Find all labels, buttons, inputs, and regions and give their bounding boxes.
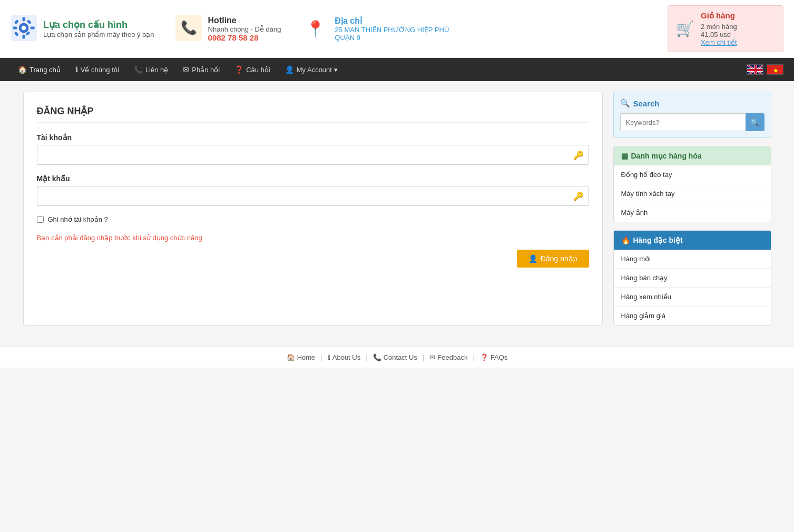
special-panel: 🔥 Hàng đặc biệt Hàng mới Hàng bán chạy H… — [613, 230, 771, 326]
svg-rect-3 — [23, 17, 25, 21]
footer-home[interactable]: 🏠 Home — [287, 353, 316, 361]
username-icon: 🔑 — [573, 150, 584, 160]
nav-faq[interactable]: ❓ Câu hỏi — [227, 58, 278, 81]
svg-text:📞: 📞 — [180, 19, 197, 36]
header-config-item: Lựa chọn cấu hình Lựa chọn sản phẩm máy … — [11, 15, 154, 43]
svg-rect-22 — [747, 69, 763, 71]
hotline-text: Hotline Nhanh chóng - Dễ dàng 0982 78 58… — [208, 16, 281, 42]
hotline-title: Hotline — [208, 16, 281, 25]
svg-text:★: ★ — [773, 67, 779, 74]
home-icon: 🏠 — [18, 65, 27, 74]
login-panel: ĐĂNG NHẬP Tài khoản 🔑 Mật khẩu 🔑 Ghi nhớ… — [23, 92, 603, 326]
footer-sep-1: | — [320, 353, 322, 361]
svg-point-2 — [22, 26, 26, 30]
hotline-phone: 0982 78 58 28 — [208, 33, 281, 42]
footer-contact[interactable]: 📞 Contact Us — [373, 353, 417, 361]
special-item-1[interactable]: Hàng bán chạy — [614, 269, 771, 288]
address-line1: 25 MAN THIỆN PHƯỜNG HIỆP PHÚ — [335, 26, 449, 34]
username-group: Tài khoản 🔑 — [37, 133, 589, 165]
password-input-wrap: 🔑 — [37, 186, 589, 206]
header-cart[interactable]: 🛒 Giỏ hàng 2 món hàng 41.05 usd Xem chi … — [668, 5, 783, 52]
config-title: Lựa chọn cấu hình — [43, 19, 154, 31]
password-input[interactable] — [37, 186, 589, 206]
search-row: 🔍 — [620, 113, 764, 131]
category-panel: ▦ Danh mục hàng hóa Đồng hồ đeo tay Máy … — [613, 146, 771, 222]
hotline-icon: 📞 — [175, 15, 202, 43]
special-item-0[interactable]: Hàng mới — [614, 250, 771, 269]
search-title-text: Search — [633, 99, 660, 108]
category-item-1[interactable]: Máy tính xách tay — [614, 184, 771, 203]
special-item-3[interactable]: Hàng giảm giá — [614, 307, 771, 325]
username-input-wrap: 🔑 — [37, 145, 589, 165]
nav-contact[interactable]: 📞 Liên hệ — [126, 58, 175, 81]
search-input[interactable] — [620, 113, 746, 131]
login-button-icon: 👤 — [528, 254, 537, 263]
sidebar: 🔍 Search 🔍 ▦ Danh mục hàng hóa Đồng hồ đ… — [613, 92, 771, 326]
search-button[interactable]: 🔍 — [746, 113, 764, 131]
category-item-2[interactable]: Máy ảnh — [614, 203, 771, 222]
mail-icon: ✉ — [183, 65, 189, 74]
special-title: 🔥 Hàng đặc biệt — [614, 231, 771, 250]
fire-icon: 🔥 — [621, 236, 630, 244]
login-title: ĐĂNG NHẬP — [37, 105, 589, 123]
flag-uk[interactable] — [747, 64, 763, 75]
nav-account-label: My Account ▾ — [297, 66, 338, 74]
username-input[interactable] — [37, 145, 589, 165]
nav-feedback[interactable]: ✉ Phản hồi — [175, 58, 227, 81]
search-icon: 🔍 — [620, 98, 630, 108]
phone-icon: 📞 — [134, 65, 143, 74]
nav-account[interactable]: 👤 My Account ▾ — [278, 58, 345, 81]
password-icon: 🔑 — [573, 191, 584, 201]
footer-sep-3: | — [423, 353, 424, 361]
config-icon — [11, 15, 37, 43]
cart-icon: 🛒 — [676, 20, 694, 37]
footer-feedback-icon: ✉ — [429, 353, 435, 361]
nav-about-label: Về chúng tôi — [81, 66, 119, 74]
nav-home[interactable]: 🏠 Trang chủ — [11, 58, 68, 81]
nav-feedback-label: Phản hồi — [192, 66, 220, 74]
warning-text: Bạn cần phải đăng nhập trước khi sử dụng… — [37, 234, 589, 242]
cart-title: Giỏ hàng — [701, 11, 737, 21]
info-icon: ℹ — [75, 65, 78, 74]
login-actions: 👤 Đăng nhập — [37, 250, 589, 268]
footer-about-icon: ℹ — [328, 353, 330, 361]
footer-feedback-label: Feedback — [437, 353, 467, 361]
special-item-2[interactable]: Hàng xem nhiều — [614, 288, 771, 307]
footer-about[interactable]: ℹ About Us — [328, 353, 360, 361]
header-top: Lựa chọn cấu hình Lựa chọn sản phẩm máy … — [0, 0, 794, 58]
footer-feedback[interactable]: ✉ Feedback — [429, 353, 467, 361]
category-title-text: Danh mục hàng hóa — [631, 152, 702, 160]
main-container: ĐĂNG NHẬP Tài khoản 🔑 Mật khẩu 🔑 Ghi nhớ… — [13, 81, 782, 336]
cart-link[interactable]: Xem chi tiết — [701, 38, 737, 46]
footer-sep-2: | — [366, 353, 367, 361]
remember-row: Ghi nhớ tài khoản ? — [37, 215, 589, 223]
config-subtitle: Lựa chọn sản phẩm máy theo ý bạn — [43, 31, 154, 38]
cart-details: Giỏ hàng 2 món hàng 41.05 usd Xem chi ti… — [701, 11, 737, 46]
cart-total: 41.05 usd — [701, 31, 737, 38]
password-group: Mật khẩu 🔑 — [37, 174, 589, 206]
footer: 🏠 Home | ℹ About Us | 📞 Contact Us | ✉ F… — [0, 347, 794, 368]
footer-faq[interactable]: ❓ FAQs — [480, 353, 508, 361]
search-title: 🔍 Search — [620, 98, 764, 108]
hotline-subtitle: Nhanh chóng - Dễ dàng — [208, 25, 281, 33]
footer-home-label: Home — [297, 353, 316, 361]
question-icon: ❓ — [234, 65, 243, 74]
nav-home-label: Trang chủ — [30, 66, 61, 74]
svg-text:📍: 📍 — [306, 19, 326, 38]
language-flags: ★ — [747, 64, 783, 75]
header-hotline-item: 📞 Hotline Nhanh chóng - Dễ dàng 0982 78 … — [175, 15, 281, 43]
flag-vn[interactable]: ★ — [767, 64, 783, 75]
footer-about-label: About Us — [332, 353, 360, 361]
nav-about[interactable]: ℹ Về chúng tôi — [68, 58, 126, 81]
category-item-0[interactable]: Đồng hồ đeo tay — [614, 165, 771, 184]
address-text: Địa chỉ 25 MAN THIỆN PHƯỜNG HIỆP PHÚ QUẬ… — [335, 16, 449, 42]
remember-checkbox[interactable] — [37, 216, 44, 223]
svg-rect-6 — [31, 27, 35, 29]
footer-contact-label: Contact Us — [384, 353, 417, 361]
login-button[interactable]: 👤 Đăng nhập — [517, 250, 589, 268]
special-title-text: Hàng đặc biệt — [633, 236, 683, 244]
username-label: Tài khoản — [37, 133, 589, 142]
address-icon: 📍 — [302, 15, 328, 43]
password-label: Mật khẩu — [37, 174, 589, 183]
navbar: 🏠 Trang chủ ℹ Về chúng tôi 📞 Liên hệ ✉ P… — [0, 58, 794, 81]
